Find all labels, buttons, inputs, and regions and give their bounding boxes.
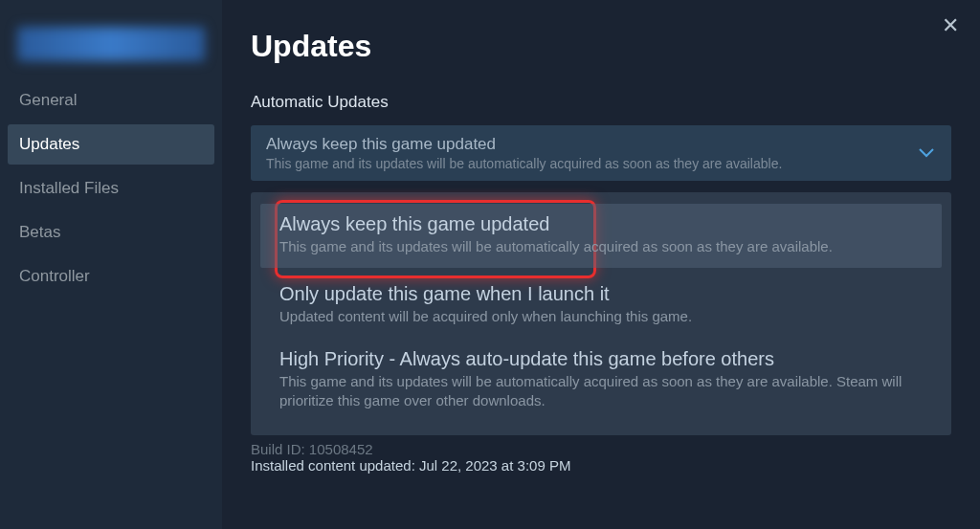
sidebar: General Updates Installed Files Betas Co… <box>0 0 222 529</box>
chevron-down-icon <box>919 144 934 162</box>
dropdown-selected-desc: This game and its updates will be automa… <box>266 156 909 171</box>
page-title: Updates <box>251 29 951 64</box>
main-content: ✕ Updates Automatic Updates Always keep … <box>222 0 980 529</box>
option-title: High Priority - Always auto-update this … <box>279 348 923 370</box>
option-desc: This game and its updates will be automa… <box>279 237 923 256</box>
game-header-blurred <box>17 27 205 61</box>
option-update-on-launch[interactable]: Only update this game when I launch it U… <box>251 274 951 338</box>
option-always-keep-updated[interactable]: Always keep this game updated This game … <box>260 204 942 268</box>
option-desc: This game and its updates will be automa… <box>279 372 923 411</box>
close-button[interactable]: ✕ <box>934 10 967 42</box>
dropdown-options-panel: Always keep this game updated This game … <box>251 192 951 435</box>
section-automatic-updates: Automatic Updates <box>251 93 951 112</box>
build-id: Build ID: 10508452 <box>251 441 951 457</box>
sidebar-item-updates[interactable]: Updates <box>8 124 214 165</box>
sidebar-item-installed-files[interactable]: Installed Files <box>0 168 222 209</box>
installed-content-updated: Installed content updated: Jul 22, 2023 … <box>251 457 951 474</box>
close-icon: ✕ <box>942 13 959 37</box>
option-desc: Updated content will be acquired only wh… <box>279 307 923 326</box>
update-mode-dropdown[interactable]: Always keep this game updated This game … <box>251 125 951 181</box>
sidebar-item-general[interactable]: General <box>0 80 222 121</box>
footer-info: Build ID: 10508452 Installed content upd… <box>251 441 951 474</box>
sidebar-item-betas[interactable]: Betas <box>0 212 222 253</box>
option-title: Only update this game when I launch it <box>279 283 923 305</box>
sidebar-item-controller[interactable]: Controller <box>0 256 222 297</box>
option-title: Always keep this game updated <box>279 213 923 235</box>
dropdown-selected-title: Always keep this game updated <box>266 135 909 154</box>
option-high-priority[interactable]: High Priority - Always auto-update this … <box>251 339 951 423</box>
